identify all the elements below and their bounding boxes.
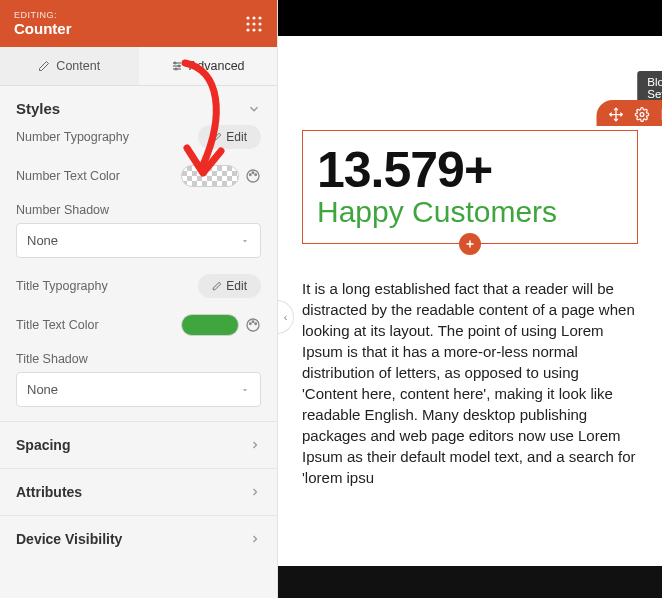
editing-title: Counter: [14, 20, 72, 37]
svg-point-8: [258, 28, 261, 31]
svg-point-4: [252, 22, 255, 25]
pencil-icon: [212, 132, 222, 142]
counter-number: 13.579+: [317, 141, 623, 199]
tab-content[interactable]: Content: [0, 47, 139, 85]
pencil-icon: [38, 60, 50, 72]
svg-point-22: [255, 323, 257, 325]
number-text-color-swatch[interactable]: [181, 165, 239, 187]
collapse-sidebar-button[interactable]: ‹: [278, 300, 294, 334]
svg-point-3: [246, 22, 249, 25]
styles-section: Styles Number Typography Edit Number Tex…: [0, 86, 277, 421]
preview-body-text: It is a long established fact that a rea…: [302, 278, 638, 488]
svg-point-16: [250, 174, 252, 176]
plus-icon: [464, 238, 476, 250]
attributes-section[interactable]: Attributes: [0, 468, 277, 515]
title-text-color-label: Title Text Color: [16, 318, 181, 332]
sliders-icon: [171, 60, 183, 72]
svg-point-5: [258, 22, 261, 25]
title-shadow-label: Title Shadow: [16, 352, 261, 366]
title-typography-edit-button[interactable]: Edit: [198, 274, 261, 298]
gear-icon[interactable]: [635, 107, 650, 122]
svg-point-18: [255, 174, 257, 176]
chevron-down-icon: [247, 102, 261, 116]
panel-tabs: Content Advanced: [0, 47, 277, 86]
counter-title: Happy Customers: [317, 195, 623, 229]
svg-point-2: [258, 16, 261, 19]
svg-point-6: [246, 28, 249, 31]
caret-down-icon: [240, 236, 250, 246]
preview-top-bar: [278, 0, 662, 36]
styles-header[interactable]: Styles: [16, 100, 261, 117]
title-typography-label: Title Typography: [16, 279, 198, 293]
svg-point-21: [252, 321, 254, 323]
panel-header: EDITING: Counter: [0, 0, 277, 47]
number-typography-edit-button[interactable]: Edit: [198, 125, 261, 149]
svg-point-14: [175, 68, 177, 70]
move-icon[interactable]: [609, 107, 624, 122]
number-typography-row: Number Typography Edit: [16, 117, 261, 157]
pencil-icon: [212, 281, 222, 291]
number-shadow-row: Number Shadow None: [16, 195, 261, 266]
svg-point-17: [252, 172, 254, 174]
number-text-color-label: Number Text Color: [16, 169, 181, 183]
grid-icon[interactable]: [245, 15, 263, 33]
title-text-color-swatch[interactable]: [181, 314, 239, 336]
title-shadow-select[interactable]: None: [16, 372, 261, 407]
preview-bottom-bar: [278, 566, 662, 598]
svg-point-25: [640, 113, 644, 117]
number-shadow-label: Number Shadow: [16, 203, 261, 217]
number-shadow-select[interactable]: None: [16, 223, 261, 258]
panel-header-text: EDITING: Counter: [14, 10, 72, 37]
number-typography-label: Number Typography: [16, 130, 198, 144]
preview-canvas: ‹ Block Settings 13.579+ Happy Customers…: [278, 0, 662, 598]
block-toolbar: [597, 100, 663, 126]
settings-sidebar: EDITING: Counter Content Advanced Styles…: [0, 0, 278, 598]
chevron-right-icon: [249, 486, 261, 498]
number-text-color-row: Number Text Color: [16, 157, 261, 195]
caret-down-icon: [240, 385, 250, 395]
chevron-right-icon: [249, 439, 261, 451]
spacing-section[interactable]: Spacing: [0, 421, 277, 468]
add-block-button[interactable]: [459, 233, 481, 255]
title-shadow-row: Title Shadow None: [16, 344, 261, 415]
palette-icon[interactable]: [245, 317, 261, 333]
chevron-right-icon: [249, 533, 261, 545]
counter-block[interactable]: 13.579+ Happy Customers: [302, 130, 638, 244]
svg-point-7: [252, 28, 255, 31]
palette-icon[interactable]: [245, 168, 261, 184]
styles-title: Styles: [16, 100, 60, 117]
title-text-color-row: Title Text Color: [16, 306, 261, 344]
svg-point-0: [246, 16, 249, 19]
title-typography-row: Title Typography Edit: [16, 266, 261, 306]
svg-point-13: [178, 65, 180, 67]
svg-point-20: [250, 323, 252, 325]
device-visibility-section[interactable]: Device Visibility: [0, 515, 277, 562]
tab-advanced[interactable]: Advanced: [139, 47, 278, 85]
svg-point-1: [252, 16, 255, 19]
editing-label: EDITING:: [14, 10, 72, 20]
svg-point-12: [174, 62, 176, 64]
